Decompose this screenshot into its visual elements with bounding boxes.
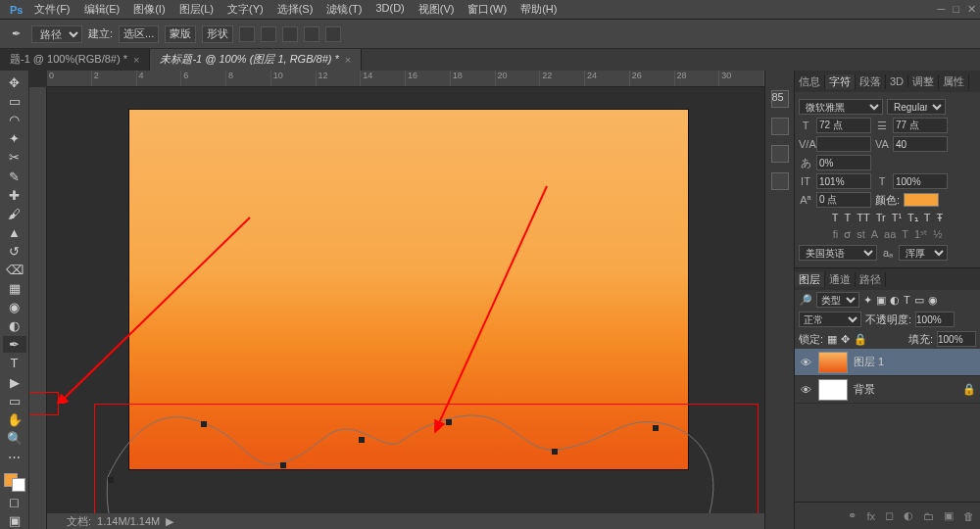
menu-file[interactable]: 文件(F) xyxy=(28,0,75,19)
crop-tool[interactable]: ✂ xyxy=(3,149,26,166)
strike-button[interactable]: Ŧ xyxy=(937,212,944,224)
opacity-input[interactable] xyxy=(915,312,955,327)
tab-props[interactable]: 属性 xyxy=(939,74,969,89)
marquee-tool[interactable]: ▭ xyxy=(3,93,26,110)
pen-tool-icon[interactable]: ✒ xyxy=(6,24,25,44)
tab-channels[interactable]: 通道 xyxy=(825,272,856,287)
tab-info[interactable]: 信息 xyxy=(795,74,825,89)
visibility-icon[interactable]: 👁 xyxy=(799,357,812,368)
maximize-button[interactable]: □ xyxy=(953,3,959,16)
lock-all-icon[interactable]: 🔒 xyxy=(854,333,867,346)
more-tools[interactable]: ⋯ xyxy=(3,449,26,465)
menu-select[interactable]: 选择(S) xyxy=(271,0,319,19)
screen-mode[interactable]: ▣ xyxy=(3,512,26,529)
history-brush-tool[interactable]: ↺ xyxy=(3,243,26,260)
rubber-icon[interactable] xyxy=(325,26,341,42)
tab-layers[interactable]: 图层 xyxy=(795,272,825,287)
type-tool[interactable]: T xyxy=(3,355,26,371)
bold-button[interactable]: T xyxy=(832,212,839,224)
antialiasing-select[interactable]: 浑厚 xyxy=(899,245,948,261)
layer-thumbnail[interactable] xyxy=(818,379,848,401)
zoom-tool[interactable]: 🔍 xyxy=(3,430,26,447)
gradient-tool[interactable]: ▦ xyxy=(3,280,26,297)
blend-mode-select[interactable]: 正常 xyxy=(799,312,861,327)
menu-type[interactable]: 文字(Y) xyxy=(221,0,270,19)
wand-tool[interactable]: ✦ xyxy=(3,130,26,147)
hand-tool[interactable]: ✋ xyxy=(3,411,26,428)
tab-adjust[interactable]: 调整 xyxy=(908,74,939,89)
path-select-tool[interactable]: ▶ xyxy=(3,374,26,391)
tab-paths[interactable]: 路径 xyxy=(856,272,886,287)
tab-paragraph[interactable]: 段落 xyxy=(856,74,886,89)
fx-icon[interactable]: fx xyxy=(866,510,875,522)
doc-tab-1[interactable]: 题-1 @ 100%(RGB/8#) *× xyxy=(0,49,150,71)
gear-icon[interactable] xyxy=(304,26,319,42)
dock-brush-icon[interactable] xyxy=(771,172,789,190)
canvas-area[interactable]: 024 6810 121416 182022 242628 30 xyxy=(29,71,764,529)
menu-view[interactable]: 视图(V) xyxy=(413,0,461,19)
dodge-tool[interactable]: ◐ xyxy=(3,317,26,334)
layer-name[interactable]: 图层 1 xyxy=(854,355,884,369)
arrange-icon[interactable] xyxy=(282,26,298,42)
sub-button[interactable]: T₁ xyxy=(907,212,918,224)
font-size-input[interactable] xyxy=(816,118,871,133)
vscale-input[interactable] xyxy=(893,173,948,189)
menu-image[interactable]: 图像(I) xyxy=(127,0,171,19)
allcaps-button[interactable]: TT xyxy=(857,212,869,224)
close-icon[interactable]: × xyxy=(345,54,351,66)
brush-tool[interactable]: 🖌 xyxy=(3,206,26,222)
smallcaps-button[interactable]: Tr xyxy=(876,212,886,224)
doc-tab-2[interactable]: 未标题-1 @ 100% (图层 1, RGB/8#) *× xyxy=(150,49,362,71)
dock-swatch-icon[interactable] xyxy=(771,145,789,163)
mask-button[interactable]: 蒙版 xyxy=(165,25,196,43)
trash-icon[interactable]: 🗑 xyxy=(963,510,974,522)
visibility-icon[interactable]: 👁 xyxy=(799,384,812,396)
new-layer-icon[interactable]: ▣ xyxy=(944,509,954,522)
scale-input[interactable] xyxy=(816,155,871,170)
move-tool[interactable]: ✥ xyxy=(3,74,26,91)
layer-row[interactable]: 👁 图层 1 xyxy=(795,349,980,376)
menu-edit[interactable]: 编辑(E) xyxy=(78,0,126,19)
menu-window[interactable]: 窗口(W) xyxy=(462,0,513,19)
stamp-tool[interactable]: ▲ xyxy=(3,224,26,241)
close-button[interactable]: ✕ xyxy=(967,3,976,16)
layer-row[interactable]: 👁 背景 🔒 xyxy=(795,376,980,404)
tab-character[interactable]: 字符 xyxy=(825,74,856,89)
font-style-select[interactable]: Regular xyxy=(887,99,946,115)
underline-button[interactable]: T xyxy=(924,212,931,224)
menu-help[interactable]: 帮助(H) xyxy=(514,0,563,19)
path-op-icon[interactable] xyxy=(239,26,255,42)
super-button[interactable]: T¹ xyxy=(892,212,902,224)
healing-tool[interactable]: ✚ xyxy=(3,187,26,204)
fill-input[interactable] xyxy=(937,331,976,347)
tab-3d[interactable]: 3D xyxy=(886,75,908,87)
dock-history-icon[interactable] xyxy=(771,118,789,135)
mode-select[interactable]: 路径 xyxy=(31,25,82,43)
kerning-input[interactable] xyxy=(816,136,871,152)
menu-filter[interactable]: 滤镜(T) xyxy=(320,0,368,19)
filter-kind[interactable]: 类型 xyxy=(816,292,859,308)
lock-pixels-icon[interactable]: ▦ xyxy=(827,333,837,346)
pen-tool[interactable]: ✒ xyxy=(3,336,26,353)
close-icon[interactable]: × xyxy=(133,54,139,66)
mask-icon[interactable]: ◻ xyxy=(885,509,894,522)
adjustment-icon[interactable]: ◐ xyxy=(904,509,913,522)
lock-position-icon[interactable]: ✥ xyxy=(841,333,850,346)
shape-tool[interactable]: ▭ xyxy=(3,393,26,409)
menu-3d[interactable]: 3D(D) xyxy=(369,0,410,19)
quickmask-toggle[interactable]: ◻ xyxy=(3,494,26,510)
lasso-tool[interactable]: ◠ xyxy=(3,112,26,128)
minimize-button[interactable]: ─ xyxy=(938,3,946,16)
language-select[interactable]: 美国英语 xyxy=(799,245,877,261)
font-family-select[interactable]: 微软雅黑 xyxy=(799,99,883,115)
selection-button[interactable]: 选区... xyxy=(119,25,159,43)
dock-icon[interactable]: 85 xyxy=(771,90,789,108)
shape-button[interactable]: 形状 xyxy=(202,25,233,43)
menu-layer[interactable]: 图层(L) xyxy=(173,0,220,19)
baseline-input[interactable] xyxy=(816,192,871,208)
link-icon[interactable]: ⚭ xyxy=(848,509,857,522)
layer-thumbnail[interactable] xyxy=(818,352,848,373)
text-color-swatch[interactable] xyxy=(904,193,939,207)
hscale-input[interactable] xyxy=(816,173,871,189)
align-icon[interactable] xyxy=(261,26,276,42)
